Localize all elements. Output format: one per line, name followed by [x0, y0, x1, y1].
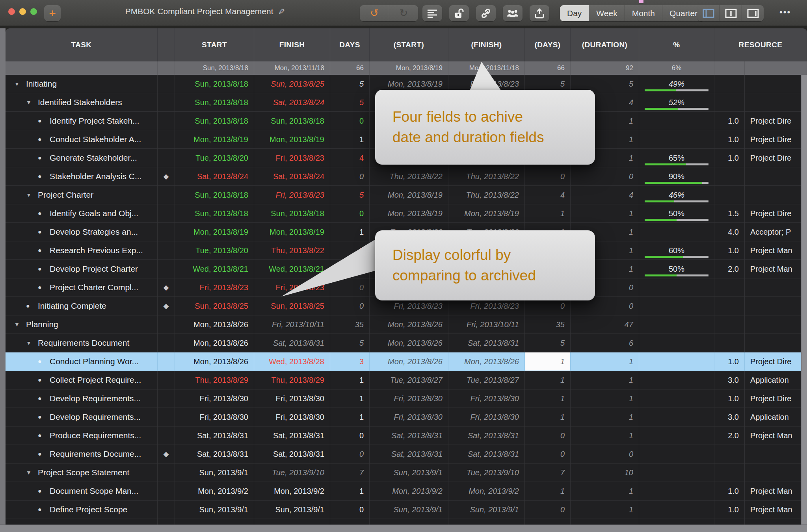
astart-cell[interactable]: Sun, 2013/9/1 — [370, 463, 448, 482]
task-row-8[interactable]: ●Identify Goals and Obj...Sun, 2013/8/18… — [6, 204, 807, 223]
task-name-cell[interactable]: ●Develop Strategies an... — [6, 223, 158, 241]
adays-cell[interactable]: 35 — [525, 315, 571, 334]
resource-units-cell[interactable]: 3.0 — [714, 408, 745, 426]
task-name-cell[interactable]: ●Define Project Scope — [6, 500, 158, 519]
adays-cell[interactable]: 1 — [525, 371, 571, 389]
scale-segment-week[interactable]: Week — [589, 5, 624, 21]
percent-complete-cell[interactable] — [639, 500, 714, 519]
finish-cell[interactable]: Tue, 2013/9/3 — [254, 519, 330, 525]
finish-cell[interactable]: Sat, 2013/8/31 — [254, 445, 330, 463]
task-row-24[interactable]: ●Define Project ScopeSun, 2013/9/1Sun, 2… — [6, 500, 807, 519]
adays-cell[interactable]: 5 — [525, 334, 571, 352]
percent-complete-cell[interactable] — [639, 408, 714, 426]
left-scroll-strip[interactable] — [0, 28, 6, 525]
start-cell[interactable]: Tue, 2013/8/20 — [175, 149, 254, 167]
days-cell[interactable]: 5 — [330, 186, 370, 204]
percent-complete-cell[interactable] — [639, 278, 714, 297]
afinish-cell[interactable]: Fri, 2013/8/30 — [448, 408, 525, 426]
resource-units-cell[interactable]: 2.0 — [714, 426, 745, 445]
column-header-start[interactable]: (START) — [370, 28, 448, 61]
percent-complete-cell[interactable] — [639, 334, 714, 352]
task-name-cell[interactable]: ▼Project Scope Statement — [6, 463, 158, 482]
column-header-days[interactable]: DAYS — [330, 28, 370, 61]
publish-button[interactable] — [530, 5, 549, 21]
disclosure-triangle-icon[interactable]: ▼ — [14, 81, 26, 87]
adur-cell[interactable]: 1 — [571, 352, 639, 371]
astart-cell[interactable]: Mon, 2013/8/26 — [370, 352, 448, 371]
adur-cell[interactable]: 1 — [571, 389, 639, 408]
pane-left-toggle[interactable] — [697, 5, 720, 21]
disclosure-triangle-icon[interactable]: ▼ — [26, 99, 38, 106]
percent-complete-cell[interactable]: 52% — [639, 93, 714, 111]
resource-units-cell[interactable]: 4.0 — [714, 223, 745, 241]
task-name-cell[interactable]: ●Research Previous Exp... — [6, 241, 158, 260]
percent-complete-cell[interactable] — [639, 352, 714, 371]
lock-button[interactable] — [449, 5, 469, 21]
astart-cell[interactable]: Mon, 2013/8/19 — [370, 204, 448, 222]
resource-cell[interactable]: Project Dire — [745, 149, 807, 167]
task-row-25[interactable]: ●Specify Deliverables a...Tue, 2013/9/3T… — [6, 519, 807, 525]
resource-cell[interactable] — [745, 463, 807, 482]
pane-right-toggle[interactable] — [742, 5, 764, 21]
start-cell[interactable]: Sun, 2013/8/18 — [175, 93, 254, 111]
task-name-cell[interactable]: ▼Project Charter — [6, 186, 158, 204]
astart-cell[interactable]: Mon, 2013/9/2 — [370, 482, 448, 500]
resources-button[interactable] — [503, 5, 523, 21]
task-name-cell[interactable]: ●Stakeholder Analysis C... — [6, 167, 158, 185]
disclosure-triangle-icon[interactable]: ▼ — [26, 192, 38, 198]
adur-cell[interactable]: 10 — [571, 463, 639, 482]
finish-cell[interactable]: Sun, 2013/8/18 — [254, 204, 330, 222]
task-name-cell[interactable]: ●Specify Deliverables a... — [6, 519, 158, 525]
add-task-button[interactable]: + — [44, 5, 61, 21]
resource-units-cell[interactable]: 1.0 — [714, 482, 745, 500]
finish-cell[interactable]: Fri, 2013/8/30 — [254, 389, 330, 408]
start-cell[interactable]: Mon, 2013/8/26 — [175, 334, 254, 352]
astart-cell[interactable]: Sat, 2013/8/31 — [370, 445, 448, 463]
afinish-cell[interactable]: Fri, 2013/10/11 — [448, 315, 525, 334]
afinish-cell[interactable]: Mon, 2013/9/2 — [448, 482, 525, 500]
start-cell[interactable]: Sat, 2013/8/31 — [175, 445, 254, 463]
days-cell[interactable]: 5 — [330, 75, 370, 93]
finish-cell[interactable]: Fri, 2013/8/30 — [254, 408, 330, 426]
finish-cell[interactable]: Wed, 2013/8/28 — [254, 352, 330, 371]
minimize-button[interactable] — [19, 8, 26, 15]
adays-cell[interactable]: 4 — [525, 186, 571, 204]
resource-cell[interactable]: Project Dire — [745, 352, 807, 371]
resource-units-cell[interactable] — [714, 75, 745, 93]
resource-cell[interactable]: Project Dire — [745, 130, 807, 148]
afinish-cell[interactable]: Sun, 2013/9/1 — [448, 500, 525, 519]
astart-cell[interactable]: Sat, 2013/8/31 — [370, 426, 448, 445]
finish-cell[interactable]: Thu, 2013/8/29 — [254, 371, 330, 389]
task-row-23[interactable]: ●Document Scope Man...Mon, 2013/9/2Mon, … — [6, 482, 807, 500]
start-cell[interactable]: Mon, 2013/9/2 — [175, 482, 254, 500]
resource-cell[interactable]: Project Man — [745, 426, 807, 445]
resource-cell[interactable] — [745, 315, 807, 334]
task-name-cell[interactable]: ●Initiating Complete — [6, 297, 158, 315]
days-cell[interactable]: 1 — [330, 482, 370, 500]
astart-cell[interactable]: Fri, 2013/8/30 — [370, 408, 448, 426]
task-name-cell[interactable]: ●Project Charter Compl... — [6, 278, 158, 297]
finish-cell[interactable]: Tue, 2013/9/10 — [254, 463, 330, 482]
astart-cell[interactable]: Thu, 2013/8/22 — [370, 167, 448, 185]
resource-cell[interactable]: Project Man — [745, 241, 807, 260]
adays-cell[interactable]: 1 — [525, 519, 571, 525]
start-cell[interactable]: Fri, 2013/8/30 — [175, 389, 254, 408]
percent-complete-cell[interactable]: 46% — [639, 186, 714, 204]
days-cell[interactable]: 5 — [330, 334, 370, 352]
days-cell[interactable]: 35 — [330, 315, 370, 334]
vertical-scrollbar[interactable] — [801, 75, 807, 525]
task-name-cell[interactable]: ●Identify Project Stakeh... — [6, 112, 158, 130]
resource-cell[interactable] — [745, 186, 807, 204]
resource-units-cell[interactable] — [714, 445, 745, 463]
adur-cell[interactable]: 1 — [571, 500, 639, 519]
task-row-7[interactable]: ▼Project CharterSun, 2013/8/18Fri, 2013/… — [6, 186, 807, 204]
column-header-milestone[interactable] — [158, 28, 175, 61]
astart-cell[interactable]: Sun, 2013/9/1 — [370, 500, 448, 519]
start-cell[interactable]: Sun, 2013/8/18 — [175, 75, 254, 93]
percent-complete-cell[interactable]: 60% — [639, 241, 714, 260]
percent-complete-cell[interactable]: 90% — [639, 167, 714, 185]
percent-complete-cell[interactable]: 49% — [639, 75, 714, 93]
resource-cell[interactable] — [745, 75, 807, 93]
resource-cell[interactable]: Project Man — [745, 260, 807, 278]
days-cell[interactable]: 1 — [330, 389, 370, 408]
